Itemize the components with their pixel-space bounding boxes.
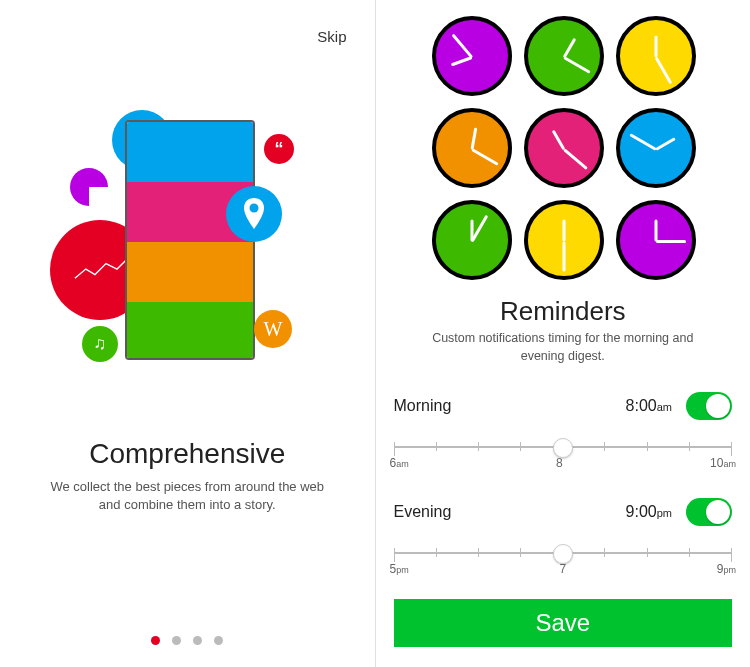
clock-icon bbox=[432, 108, 512, 188]
reminders-description: Custom notifications timing for the morn… bbox=[432, 330, 695, 365]
location-pin-icon bbox=[226, 186, 282, 242]
clock-icon bbox=[524, 108, 604, 188]
content-bar bbox=[127, 302, 253, 360]
clock-icon bbox=[616, 200, 696, 280]
phone-frame bbox=[125, 120, 255, 360]
morning-row: Morning 8:00am 6am 8 10am bbox=[394, 392, 733, 472]
save-button[interactable]: Save bbox=[394, 599, 733, 647]
page-dot[interactable] bbox=[214, 636, 223, 645]
skip-button[interactable]: Skip bbox=[317, 28, 346, 45]
page-dot[interactable] bbox=[193, 636, 202, 645]
morning-slider[interactable]: 6am 8 10am bbox=[394, 438, 733, 472]
slider-thumb[interactable] bbox=[553, 438, 573, 458]
slider-mid-label: 8 bbox=[556, 456, 563, 470]
slider-min-label: 6am bbox=[390, 456, 409, 470]
page-dot[interactable] bbox=[172, 636, 181, 645]
clock-icon bbox=[616, 108, 696, 188]
onboarding-panel: Skip “ ♫ W Comprehensive We collect the … bbox=[0, 0, 375, 667]
music-icon: ♫ bbox=[82, 326, 118, 362]
slider-max-label: 9pm bbox=[717, 562, 736, 576]
onboarding-description: We collect the best pieces from around t… bbox=[40, 478, 335, 514]
slider-mid-label: 7 bbox=[559, 562, 566, 576]
content-bar bbox=[127, 122, 253, 182]
onboarding-title: Comprehensive bbox=[0, 438, 375, 470]
evening-time: 9:00pm bbox=[626, 503, 672, 521]
evening-label: Evening bbox=[394, 503, 452, 521]
evening-slider[interactable]: 5pm 7 9pm bbox=[394, 544, 733, 578]
clock-icon bbox=[432, 16, 512, 96]
content-bar bbox=[127, 242, 253, 302]
svg-point-1 bbox=[250, 204, 259, 213]
morning-label: Morning bbox=[394, 397, 452, 415]
slider-max-label: 10am bbox=[710, 456, 736, 470]
quote-icon: “ bbox=[264, 134, 294, 164]
hero-illustration: “ ♫ W bbox=[0, 70, 375, 390]
clock-grid bbox=[432, 16, 696, 280]
page-dots bbox=[0, 636, 375, 645]
clock-icon bbox=[616, 16, 696, 96]
clock-icon bbox=[524, 200, 604, 280]
reminders-panel: Reminders Custom notifications timing fo… bbox=[376, 0, 751, 667]
slider-min-label: 5pm bbox=[390, 562, 409, 576]
reminders-title: Reminders bbox=[376, 296, 751, 327]
clock-icon bbox=[432, 200, 512, 280]
wikipedia-icon: W bbox=[254, 310, 292, 348]
evening-toggle[interactable] bbox=[686, 498, 732, 526]
morning-toggle[interactable] bbox=[686, 392, 732, 420]
page-dot[interactable] bbox=[151, 636, 160, 645]
slider-thumb[interactable] bbox=[553, 544, 573, 564]
evening-row: Evening 9:00pm 5pm 7 9pm bbox=[394, 498, 733, 578]
clock-icon bbox=[524, 16, 604, 96]
pie-chart-icon bbox=[70, 168, 108, 206]
morning-time: 8:00am bbox=[626, 397, 672, 415]
